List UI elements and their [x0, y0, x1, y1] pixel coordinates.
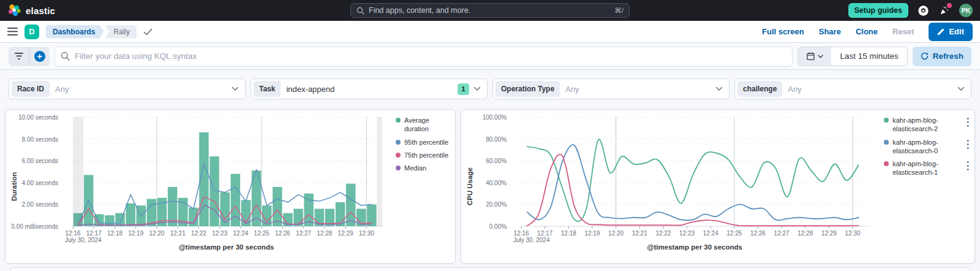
- control-label: Operation Type: [496, 81, 560, 97]
- y-tick-label: 0.00%: [489, 223, 507, 230]
- next-row-panels-edge: [10, 267, 970, 271]
- y-tick-label: 20.00%: [486, 201, 507, 208]
- control-label: Race ID: [12, 81, 50, 97]
- legend-item-menu-button[interactable]: •••: [965, 116, 971, 128]
- time-picker: Last 15 minutes: [797, 47, 907, 66]
- svg-text:July 30, 2024: July 30, 2024: [65, 237, 102, 243]
- elastic-brand[interactable]: elastic: [7, 4, 55, 17]
- svg-text:12:19: 12:19: [585, 230, 600, 237]
- y-tick-label: 0.00 milliseconds: [11, 223, 58, 230]
- share-button[interactable]: Share: [819, 27, 841, 36]
- dashboard-grid: Duration 10.00 seconds8.00 seconds6.00 s…: [0, 99, 980, 271]
- chevron-down-icon: [818, 55, 823, 58]
- time-range-value[interactable]: Last 15 minutes: [831, 47, 907, 66]
- brand-name: elastic: [26, 6, 55, 16]
- edit-button[interactable]: Edit: [929, 23, 973, 41]
- svg-text:12:17: 12:17: [86, 230, 102, 237]
- legend-series-dot: [396, 153, 401, 158]
- chevron-down-icon: [232, 86, 239, 91]
- y-tick-label: 40.00%: [486, 180, 507, 186]
- svg-text:12:19: 12:19: [128, 230, 143, 237]
- control-value: Any: [55, 85, 69, 94]
- global-search[interactable]: ⌘/: [350, 3, 630, 18]
- y-axis-title: Duration: [9, 113, 19, 259]
- y-tick-label: 80.00%: [486, 136, 507, 143]
- setup-guides-button[interactable]: Setup guides: [848, 3, 908, 18]
- control-dropdown[interactable]: Race ID Any: [9, 78, 246, 99]
- legend-series-dot: [396, 166, 401, 170]
- full-screen-button[interactable]: Full screen: [762, 27, 804, 36]
- legend-item[interactable]: Average duration: [396, 116, 451, 134]
- cloud-deployment-icon[interactable]: [918, 5, 929, 17]
- chart-plot-area[interactable]: 12:1612:1712:1812:1912:2012:2112:2212:23…: [63, 113, 390, 242]
- global-header: elastic ⌘/ Setup guides PK: [0, 0, 980, 21]
- svg-text:12:24: 12:24: [233, 230, 248, 237]
- control-label: challenge: [737, 81, 782, 97]
- legend-item[interactable]: 95th percentile: [396, 138, 451, 147]
- search-icon: [61, 52, 70, 61]
- svg-text:12:23: 12:23: [212, 230, 227, 237]
- clone-button[interactable]: Clone: [856, 27, 878, 36]
- y-tick-label: 60.00%: [486, 158, 507, 164]
- svg-text:12:24: 12:24: [703, 230, 718, 237]
- add-filter-button[interactable]: +: [29, 47, 50, 66]
- legend-item[interactable]: kahr-apm-blog-elasticsearch-2•••: [884, 116, 971, 134]
- svg-text:12:17: 12:17: [537, 230, 552, 237]
- svg-text:12:28: 12:28: [317, 230, 332, 237]
- svg-text:12:21: 12:21: [632, 230, 647, 237]
- control-value: Any: [565, 85, 579, 94]
- calendar-button[interactable]: [798, 47, 831, 66]
- refresh-button[interactable]: Refresh: [913, 47, 971, 66]
- svg-text:12:27: 12:27: [296, 230, 311, 237]
- svg-text:12:30: 12:30: [359, 230, 374, 237]
- svg-text:12:22: 12:22: [656, 230, 671, 237]
- legend-series-name: 75th percentile: [404, 151, 448, 159]
- svg-text:12:29: 12:29: [821, 230, 837, 237]
- chevron-down-icon: [715, 86, 723, 91]
- svg-text:12:18: 12:18: [561, 230, 576, 237]
- legend-item[interactable]: kahr-apm-blog-elasticsearch-1•••: [884, 159, 971, 177]
- y-axis-ticks: 100.00%80.00%60.00%40.00%20.00%0.00%: [475, 113, 511, 259]
- newsfeed-icon[interactable]: [938, 5, 950, 17]
- svg-text:12:16: 12:16: [65, 230, 80, 237]
- y-tick-label: 8.00 seconds: [22, 136, 59, 143]
- control-value: Any: [788, 85, 801, 94]
- svg-text:12:26: 12:26: [750, 230, 766, 237]
- global-search-input[interactable]: [369, 6, 610, 15]
- control-dropdown[interactable]: challenge Any: [734, 78, 971, 99]
- legend-series-name: Median: [404, 164, 426, 172]
- avatar[interactable]: PK: [959, 4, 973, 17]
- query-bar: + Last 15 minutes Refresh: [0, 43, 980, 70]
- y-axis-ticks: 10.00 seconds8.00 seconds6.00 seconds4.0…: [19, 113, 63, 259]
- search-shortcut-hint: ⌘/: [614, 6, 624, 15]
- legend-item-menu-button[interactable]: •••: [965, 159, 971, 172]
- kql-filter-input[interactable]: [55, 47, 793, 66]
- breadcrumb-dashboards[interactable]: Dashboards: [46, 25, 104, 39]
- svg-text:12:22: 12:22: [191, 230, 206, 237]
- control-dropdown[interactable]: Task index-append 1: [251, 78, 488, 99]
- dashboards-app-badge[interactable]: D: [24, 25, 39, 39]
- chart-plot-area[interactable]: 12:1612:1712:1812:1912:2012:2112:2212:23…: [511, 113, 878, 242]
- control-label: Task: [254, 81, 281, 97]
- legend-series-name: kahr-apm-blog-elasticsearch-1: [892, 159, 961, 177]
- control-dropdown[interactable]: Operation Type Any: [492, 78, 729, 99]
- reset-button[interactable]: Reset: [892, 27, 914, 36]
- svg-text:12:30: 12:30: [845, 230, 861, 237]
- y-tick-label: 10.00 seconds: [18, 114, 58, 121]
- legend-item[interactable]: Median: [396, 164, 451, 172]
- refresh-icon: [921, 52, 929, 60]
- y-axis-title: CPU Usage: [465, 113, 475, 259]
- svg-text:12:23: 12:23: [679, 230, 695, 237]
- menu-hamburger-icon[interactable]: [7, 28, 18, 36]
- legend-item-menu-button[interactable]: •••: [965, 138, 971, 150]
- y-tick-label: 2.00 seconds: [22, 201, 59, 208]
- control-value: index-append: [286, 85, 334, 94]
- svg-text:12:28: 12:28: [797, 230, 813, 237]
- breadcrumb-rally[interactable]: Rally: [105, 25, 137, 39]
- legend-item[interactable]: kahr-apm-blog-elasticsearch-0•••: [884, 138, 971, 156]
- chart-legend: Average duration95th percentile75th perc…: [390, 113, 451, 259]
- filters-icon[interactable]: [9, 47, 29, 66]
- chevron-down-icon: [473, 86, 481, 91]
- legend-item[interactable]: 75th percentile: [396, 151, 451, 159]
- legend-series-dot: [396, 140, 401, 145]
